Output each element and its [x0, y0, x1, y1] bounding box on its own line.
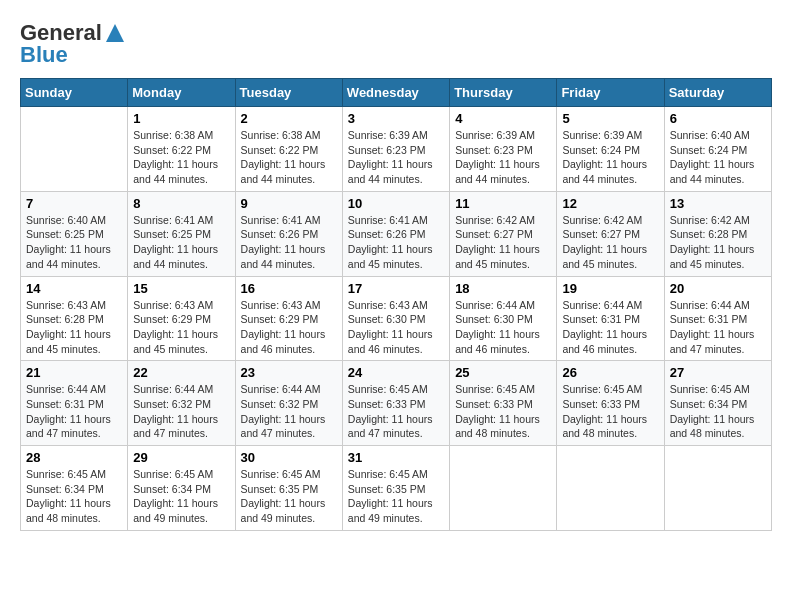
- day-number: 15: [133, 281, 229, 296]
- day-info: Sunrise: 6:39 AM Sunset: 6:23 PM Dayligh…: [348, 128, 444, 187]
- day-number: 6: [670, 111, 766, 126]
- day-info: Sunrise: 6:39 AM Sunset: 6:24 PM Dayligh…: [562, 128, 658, 187]
- day-info: Sunrise: 6:45 AM Sunset: 6:35 PM Dayligh…: [241, 467, 337, 526]
- day-info: Sunrise: 6:44 AM Sunset: 6:32 PM Dayligh…: [133, 382, 229, 441]
- day-info: Sunrise: 6:44 AM Sunset: 6:31 PM Dayligh…: [26, 382, 122, 441]
- calendar-cell: 4Sunrise: 6:39 AM Sunset: 6:23 PM Daylig…: [450, 107, 557, 192]
- day-info: Sunrise: 6:41 AM Sunset: 6:26 PM Dayligh…: [348, 213, 444, 272]
- weekday-sunday: Sunday: [21, 79, 128, 107]
- calendar-cell: 23Sunrise: 6:44 AM Sunset: 6:32 PM Dayli…: [235, 361, 342, 446]
- day-number: 30: [241, 450, 337, 465]
- calendar-cell: 16Sunrise: 6:43 AM Sunset: 6:29 PM Dayli…: [235, 276, 342, 361]
- day-number: 22: [133, 365, 229, 380]
- calendar-week-3: 14Sunrise: 6:43 AM Sunset: 6:28 PM Dayli…: [21, 276, 772, 361]
- day-info: Sunrise: 6:40 AM Sunset: 6:25 PM Dayligh…: [26, 213, 122, 272]
- day-info: Sunrise: 6:45 AM Sunset: 6:33 PM Dayligh…: [562, 382, 658, 441]
- calendar-cell: 29Sunrise: 6:45 AM Sunset: 6:34 PM Dayli…: [128, 446, 235, 531]
- calendar-cell: 10Sunrise: 6:41 AM Sunset: 6:26 PM Dayli…: [342, 191, 449, 276]
- day-number: 7: [26, 196, 122, 211]
- weekday-header-row: SundayMondayTuesdayWednesdayThursdayFrid…: [21, 79, 772, 107]
- calendar-cell: 30Sunrise: 6:45 AM Sunset: 6:35 PM Dayli…: [235, 446, 342, 531]
- svg-marker-0: [106, 24, 124, 42]
- calendar-cell: [21, 107, 128, 192]
- calendar-cell: 20Sunrise: 6:44 AM Sunset: 6:31 PM Dayli…: [664, 276, 771, 361]
- day-number: 21: [26, 365, 122, 380]
- weekday-friday: Friday: [557, 79, 664, 107]
- calendar-week-4: 21Sunrise: 6:44 AM Sunset: 6:31 PM Dayli…: [21, 361, 772, 446]
- calendar-cell: 25Sunrise: 6:45 AM Sunset: 6:33 PM Dayli…: [450, 361, 557, 446]
- day-info: Sunrise: 6:38 AM Sunset: 6:22 PM Dayligh…: [241, 128, 337, 187]
- calendar-cell: 19Sunrise: 6:44 AM Sunset: 6:31 PM Dayli…: [557, 276, 664, 361]
- day-info: Sunrise: 6:43 AM Sunset: 6:28 PM Dayligh…: [26, 298, 122, 357]
- weekday-saturday: Saturday: [664, 79, 771, 107]
- calendar-cell: 14Sunrise: 6:43 AM Sunset: 6:28 PM Dayli…: [21, 276, 128, 361]
- day-number: 17: [348, 281, 444, 296]
- logo-blue-text: Blue: [20, 42, 68, 68]
- calendar-cell: 2Sunrise: 6:38 AM Sunset: 6:22 PM Daylig…: [235, 107, 342, 192]
- day-number: 29: [133, 450, 229, 465]
- logo: General Blue: [20, 20, 126, 68]
- calendar-cell: 17Sunrise: 6:43 AM Sunset: 6:30 PM Dayli…: [342, 276, 449, 361]
- calendar-cell: 26Sunrise: 6:45 AM Sunset: 6:33 PM Dayli…: [557, 361, 664, 446]
- calendar-week-1: 1Sunrise: 6:38 AM Sunset: 6:22 PM Daylig…: [21, 107, 772, 192]
- day-number: 19: [562, 281, 658, 296]
- calendar-cell: 27Sunrise: 6:45 AM Sunset: 6:34 PM Dayli…: [664, 361, 771, 446]
- day-number: 18: [455, 281, 551, 296]
- calendar-cell: 3Sunrise: 6:39 AM Sunset: 6:23 PM Daylig…: [342, 107, 449, 192]
- day-number: 16: [241, 281, 337, 296]
- day-info: Sunrise: 6:41 AM Sunset: 6:26 PM Dayligh…: [241, 213, 337, 272]
- day-info: Sunrise: 6:40 AM Sunset: 6:24 PM Dayligh…: [670, 128, 766, 187]
- weekday-tuesday: Tuesday: [235, 79, 342, 107]
- calendar-cell: [450, 446, 557, 531]
- day-number: 1: [133, 111, 229, 126]
- day-info: Sunrise: 6:45 AM Sunset: 6:33 PM Dayligh…: [455, 382, 551, 441]
- day-number: 12: [562, 196, 658, 211]
- calendar-cell: 15Sunrise: 6:43 AM Sunset: 6:29 PM Dayli…: [128, 276, 235, 361]
- calendar-cell: 22Sunrise: 6:44 AM Sunset: 6:32 PM Dayli…: [128, 361, 235, 446]
- weekday-thursday: Thursday: [450, 79, 557, 107]
- day-number: 4: [455, 111, 551, 126]
- day-info: Sunrise: 6:44 AM Sunset: 6:30 PM Dayligh…: [455, 298, 551, 357]
- day-number: 3: [348, 111, 444, 126]
- day-number: 2: [241, 111, 337, 126]
- day-info: Sunrise: 6:45 AM Sunset: 6:33 PM Dayligh…: [348, 382, 444, 441]
- day-number: 8: [133, 196, 229, 211]
- day-info: Sunrise: 6:42 AM Sunset: 6:27 PM Dayligh…: [562, 213, 658, 272]
- calendar-cell: 11Sunrise: 6:42 AM Sunset: 6:27 PM Dayli…: [450, 191, 557, 276]
- calendar-cell: 7Sunrise: 6:40 AM Sunset: 6:25 PM Daylig…: [21, 191, 128, 276]
- day-number: 14: [26, 281, 122, 296]
- day-info: Sunrise: 6:45 AM Sunset: 6:35 PM Dayligh…: [348, 467, 444, 526]
- day-info: Sunrise: 6:43 AM Sunset: 6:29 PM Dayligh…: [241, 298, 337, 357]
- calendar-cell: 13Sunrise: 6:42 AM Sunset: 6:28 PM Dayli…: [664, 191, 771, 276]
- calendar-cell: 8Sunrise: 6:41 AM Sunset: 6:25 PM Daylig…: [128, 191, 235, 276]
- weekday-wednesday: Wednesday: [342, 79, 449, 107]
- day-number: 23: [241, 365, 337, 380]
- day-info: Sunrise: 6:45 AM Sunset: 6:34 PM Dayligh…: [133, 467, 229, 526]
- calendar-cell: 6Sunrise: 6:40 AM Sunset: 6:24 PM Daylig…: [664, 107, 771, 192]
- day-number: 10: [348, 196, 444, 211]
- logo-icon: [104, 22, 126, 44]
- day-info: Sunrise: 6:44 AM Sunset: 6:31 PM Dayligh…: [670, 298, 766, 357]
- calendar-cell: 5Sunrise: 6:39 AM Sunset: 6:24 PM Daylig…: [557, 107, 664, 192]
- day-info: Sunrise: 6:45 AM Sunset: 6:34 PM Dayligh…: [670, 382, 766, 441]
- day-info: Sunrise: 6:42 AM Sunset: 6:27 PM Dayligh…: [455, 213, 551, 272]
- day-info: Sunrise: 6:38 AM Sunset: 6:22 PM Dayligh…: [133, 128, 229, 187]
- weekday-monday: Monday: [128, 79, 235, 107]
- calendar-table: SundayMondayTuesdayWednesdayThursdayFrid…: [20, 78, 772, 531]
- day-info: Sunrise: 6:41 AM Sunset: 6:25 PM Dayligh…: [133, 213, 229, 272]
- day-info: Sunrise: 6:43 AM Sunset: 6:30 PM Dayligh…: [348, 298, 444, 357]
- day-number: 31: [348, 450, 444, 465]
- day-number: 13: [670, 196, 766, 211]
- day-info: Sunrise: 6:45 AM Sunset: 6:34 PM Dayligh…: [26, 467, 122, 526]
- day-number: 27: [670, 365, 766, 380]
- day-number: 24: [348, 365, 444, 380]
- day-info: Sunrise: 6:43 AM Sunset: 6:29 PM Dayligh…: [133, 298, 229, 357]
- calendar-cell: 31Sunrise: 6:45 AM Sunset: 6:35 PM Dayli…: [342, 446, 449, 531]
- day-info: Sunrise: 6:39 AM Sunset: 6:23 PM Dayligh…: [455, 128, 551, 187]
- calendar-cell: 9Sunrise: 6:41 AM Sunset: 6:26 PM Daylig…: [235, 191, 342, 276]
- day-info: Sunrise: 6:44 AM Sunset: 6:31 PM Dayligh…: [562, 298, 658, 357]
- calendar-week-5: 28Sunrise: 6:45 AM Sunset: 6:34 PM Dayli…: [21, 446, 772, 531]
- calendar-week-2: 7Sunrise: 6:40 AM Sunset: 6:25 PM Daylig…: [21, 191, 772, 276]
- calendar-cell: 18Sunrise: 6:44 AM Sunset: 6:30 PM Dayli…: [450, 276, 557, 361]
- calendar-cell: 1Sunrise: 6:38 AM Sunset: 6:22 PM Daylig…: [128, 107, 235, 192]
